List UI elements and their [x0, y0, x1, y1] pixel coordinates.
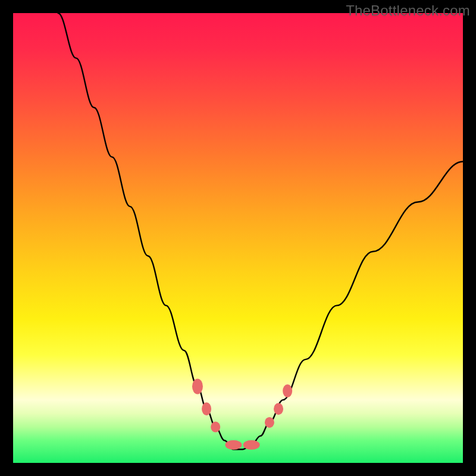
curve-markers — [192, 378, 292, 449]
curve-marker — [274, 403, 283, 415]
chart-area — [13, 13, 463, 463]
bottleneck-curve — [58, 13, 463, 449]
curve-marker — [225, 440, 242, 450]
watermark-text: TheBottleneck.com — [346, 2, 470, 19]
chart-svg — [13, 13, 463, 463]
curve-marker — [243, 440, 260, 450]
curve-marker — [192, 378, 203, 394]
curve-marker — [211, 422, 220, 433]
curve-marker — [202, 402, 211, 415]
curve-marker — [283, 384, 292, 397]
curve-marker — [265, 417, 274, 428]
